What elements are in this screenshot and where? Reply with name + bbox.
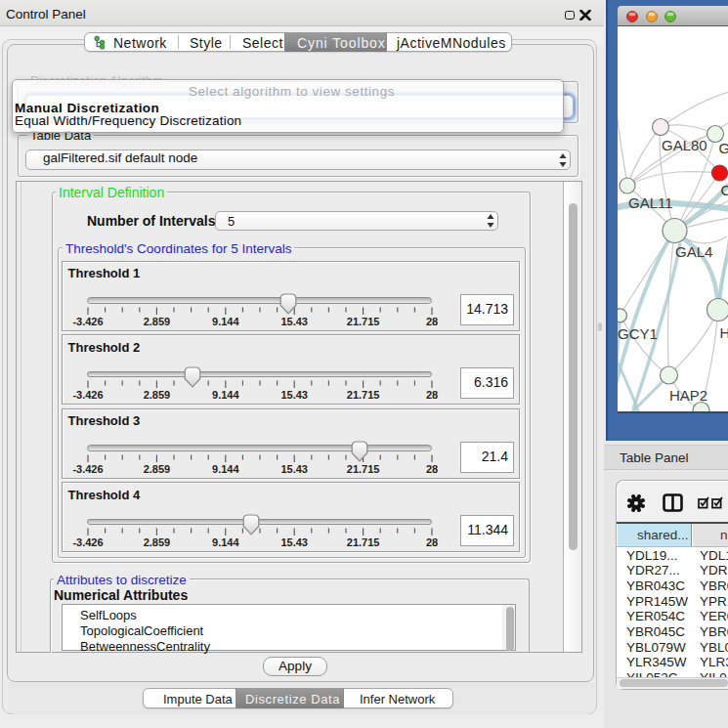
svg-text:2.859: 2.859 [144,389,171,401]
svg-text:HIS: HIS [720,324,728,341]
svg-text:-3.426: -3.426 [72,536,103,548]
svg-text:-3.426: -3.426 [72,315,103,326]
svg-text:9.144: 9.144 [212,536,239,548]
svg-text:28: 28 [426,536,438,548]
svg-text:-3.426: -3.426 [72,389,103,401]
svg-text:21.715: 21.715 [347,462,380,474]
svg-text:15.43: 15.43 [280,315,308,326]
svg-text:-3.426: -3.426 [72,462,103,474]
svg-text:28: 28 [426,462,438,474]
svg-text:GAL4: GAL4 [675,243,712,260]
svg-text:21.715: 21.715 [347,315,380,326]
svg-text:9.144: 9.144 [212,315,239,326]
svg-text:HAP2: HAP2 [669,387,707,404]
svg-text:GAL80: GAL80 [662,137,707,153]
svg-text:21.715: 21.715 [347,536,380,548]
svg-text:GCY1: GCY1 [618,325,658,342]
svg-text:GAL11: GAL11 [628,194,673,211]
svg-text:28: 28 [426,315,438,326]
svg-text:21.715: 21.715 [347,389,380,401]
svg-text:2.859: 2.859 [144,462,171,474]
svg-text:CY...: CY... [721,182,728,198]
svg-text:15.43: 15.43 [280,536,308,548]
svg-text:GAL...: GAL... [719,140,728,156]
svg-text:15.43: 15.43 [280,462,308,474]
svg-text:28: 28 [426,389,438,401]
svg-text:15.43: 15.43 [280,389,308,401]
svg-text:2.859: 2.859 [144,536,171,548]
svg-text:9.144: 9.144 [212,462,239,474]
svg-text:9.144: 9.144 [212,389,239,401]
svg-text:2.859: 2.859 [144,315,171,326]
